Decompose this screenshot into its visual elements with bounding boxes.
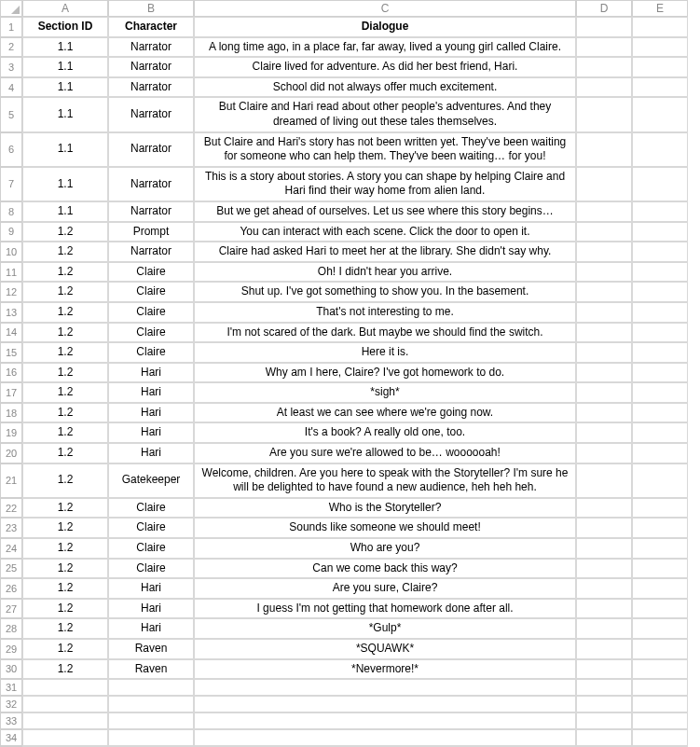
cell-B27[interactable]: Hari (108, 599, 194, 619)
cell-A16[interactable]: 1.2 (22, 363, 108, 383)
cell-C25[interactable]: Can we come back this way? (194, 559, 576, 579)
cell-E3[interactable] (632, 57, 688, 77)
cell-C23[interactable]: Sounds like someone we should meet! (194, 518, 576, 538)
cell-D29[interactable] (576, 639, 632, 659)
cell-D15[interactable] (576, 342, 632, 363)
row-header-20[interactable]: 20 (0, 443, 22, 463)
cell-C3[interactable]: Claire lived for adventure. As did her b… (194, 57, 576, 77)
cell-A12[interactable]: 1.2 (22, 282, 108, 302)
cell-B2[interactable]: Narrator (108, 37, 194, 58)
row-header-23[interactable]: 23 (0, 518, 22, 538)
cell-E6[interactable] (632, 132, 688, 167)
column-header-D[interactable]: D (576, 0, 632, 17)
cell-E28[interactable] (632, 618, 688, 639)
row-header-31[interactable]: 31 (0, 679, 22, 696)
column-header-B[interactable]: B (108, 0, 194, 17)
row-header-15[interactable]: 15 (0, 342, 22, 363)
cell-D23[interactable] (576, 518, 632, 538)
column-header-E[interactable]: E (632, 0, 688, 17)
row-header-27[interactable]: 27 (0, 599, 22, 619)
row-header-3[interactable]: 3 (0, 57, 22, 77)
cell-A15[interactable]: 1.2 (22, 342, 108, 363)
cell-B4[interactable]: Narrator (108, 77, 194, 98)
cell-E26[interactable] (632, 578, 688, 599)
column-header-A[interactable]: A (22, 0, 108, 17)
cell-E10[interactable] (632, 242, 688, 262)
cell-A4[interactable]: 1.1 (22, 77, 108, 98)
cell-D7[interactable] (576, 167, 632, 201)
cell-A13[interactable]: 1.2 (22, 302, 108, 323)
cell-E5[interactable] (632, 97, 688, 131)
cell-E2[interactable] (632, 37, 688, 58)
cell-A11[interactable]: 1.2 (22, 262, 108, 283)
cell-B33[interactable] (108, 712, 194, 729)
cell-E9[interactable] (632, 222, 688, 242)
cell-D22[interactable] (576, 498, 632, 519)
row-header-12[interactable]: 12 (0, 282, 22, 302)
cell-C6[interactable]: But Claire and Hari's story has not been… (194, 132, 576, 167)
row-header-14[interactable]: 14 (0, 323, 22, 343)
cell-E13[interactable] (632, 302, 688, 323)
cell-B34[interactable] (108, 729, 194, 746)
cell-A10[interactable]: 1.2 (22, 242, 108, 262)
cell-A25[interactable]: 1.2 (22, 559, 108, 579)
cell-A17[interactable]: 1.2 (22, 382, 108, 403)
cell-B8[interactable]: Narrator (108, 201, 194, 222)
cell-B23[interactable]: Claire (108, 518, 194, 538)
cell-C15[interactable]: Here it is. (194, 342, 576, 363)
cell-E17[interactable] (632, 382, 688, 403)
cell-E11[interactable] (632, 262, 688, 283)
cell-A34[interactable] (22, 729, 108, 746)
cell-B18[interactable]: Hari (108, 403, 194, 423)
cell-E22[interactable] (632, 498, 688, 519)
cell-A5[interactable]: 1.1 (22, 97, 108, 131)
cell-C33[interactable] (194, 712, 576, 729)
cell-C26[interactable]: Are you sure, Claire? (194, 578, 576, 599)
cell-C18[interactable]: At least we can see where we're going no… (194, 403, 576, 423)
cell-D17[interactable] (576, 382, 632, 403)
cell-D21[interactable] (576, 463, 632, 498)
row-header-19[interactable]: 19 (0, 422, 22, 443)
cell-E23[interactable] (632, 518, 688, 538)
cell-B15[interactable]: Claire (108, 342, 194, 363)
row-header-6[interactable]: 6 (0, 132, 22, 167)
cell-E27[interactable] (632, 599, 688, 619)
cell-B5[interactable]: Narrator (108, 97, 194, 131)
column-header-C[interactable]: C (194, 0, 576, 17)
cell-B11[interactable]: Claire (108, 262, 194, 283)
cell-D12[interactable] (576, 282, 632, 302)
cell-B29[interactable]: Raven (108, 639, 194, 659)
cell-A7[interactable]: 1.1 (22, 167, 108, 201)
cell-B30[interactable]: Raven (108, 659, 194, 680)
cell-B24[interactable]: Claire (108, 538, 194, 559)
cell-B10[interactable]: Narrator (108, 242, 194, 262)
cell-D32[interactable] (576, 696, 632, 712)
cell-D25[interactable] (576, 559, 632, 579)
row-header-7[interactable]: 7 (0, 167, 22, 201)
row-header-22[interactable]: 22 (0, 498, 22, 519)
cell-C4[interactable]: School did not always offer much excitem… (194, 77, 576, 98)
cell-A2[interactable]: 1.1 (22, 37, 108, 58)
row-header-16[interactable]: 16 (0, 363, 22, 383)
cell-D33[interactable] (576, 712, 632, 729)
cell-C14[interactable]: I'm not scared of the dark. But maybe we… (194, 323, 576, 343)
cell-C32[interactable] (194, 696, 576, 712)
cell-D18[interactable] (576, 403, 632, 423)
cell-C24[interactable]: Who are you? (194, 538, 576, 559)
spreadsheet-grid[interactable]: ABCDE1Section IDCharacterDialogue21.1Nar… (0, 0, 700, 747)
cell-A20[interactable]: 1.2 (22, 443, 108, 463)
cell-E24[interactable] (632, 538, 688, 559)
cell-B25[interactable]: Claire (108, 559, 194, 579)
row-header-10[interactable]: 10 (0, 242, 22, 262)
cell-A9[interactable]: 1.2 (22, 222, 108, 242)
cell-C28[interactable]: *Gulp* (194, 618, 576, 639)
cell-D31[interactable] (576, 679, 632, 696)
cell-A22[interactable]: 1.2 (22, 498, 108, 519)
row-header-24[interactable]: 24 (0, 538, 22, 559)
cell-D24[interactable] (576, 538, 632, 559)
row-header-11[interactable]: 11 (0, 262, 22, 283)
cell-A28[interactable]: 1.2 (22, 618, 108, 639)
cell-C29[interactable]: *SQUAWK* (194, 639, 576, 659)
cell-A31[interactable] (22, 679, 108, 696)
row-header-33[interactable]: 33 (0, 712, 22, 729)
